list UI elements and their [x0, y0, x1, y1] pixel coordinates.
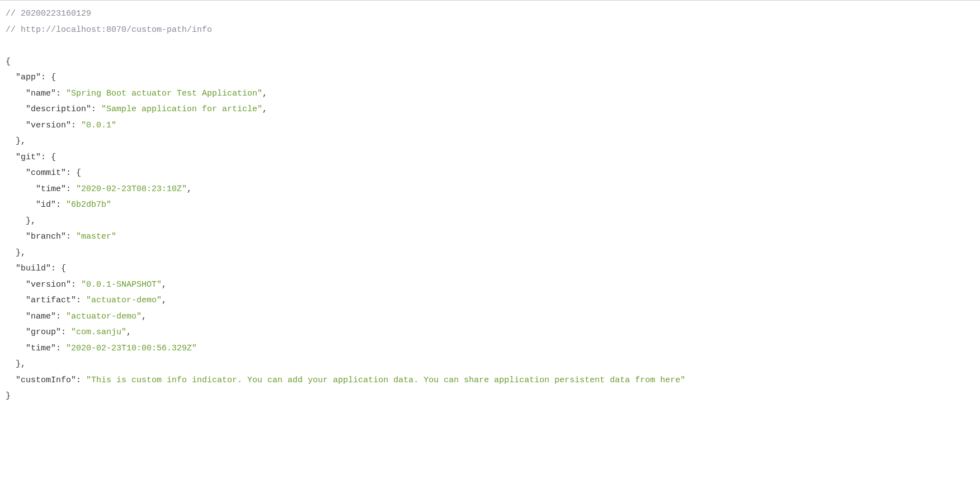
value-build-version: "0.0.1-SNAPSHOT": [81, 280, 162, 289]
key-build: "build": [16, 264, 51, 273]
key-build-time: "time": [26, 344, 56, 353]
key-git-commit-time: "time": [36, 184, 66, 194]
value-build-time: "2020-02-23T10:00:56.329Z": [66, 344, 197, 353]
key-build-artifact: "artifact": [26, 296, 76, 305]
value-app-version: "0.0.1": [81, 121, 116, 130]
key-git-branch: "branch": [26, 232, 66, 241]
key-custom-info: "customInfo": [16, 376, 76, 385]
key-app: "app": [16, 73, 41, 82]
value-custom-info: "This is custom info indicator. You can …: [86, 376, 685, 385]
key-build-version: "version": [26, 280, 71, 289]
key-build-name: "name": [26, 312, 56, 321]
brace-close: },: [16, 136, 26, 146]
comment-timestamp: // 20200223160129: [6, 9, 91, 18]
value-git-branch: "master": [76, 232, 116, 241]
value-git-commit-id: "6b2db7b": [66, 200, 111, 210]
key-build-group: "group": [26, 327, 61, 337]
value-app-description: "Sample application for article": [101, 104, 262, 114]
brace-open: {: [6, 57, 11, 66]
value-build-artifact: "actuator-demo": [86, 296, 162, 305]
key-app-name: "name": [26, 89, 56, 98]
key-git: "git": [16, 153, 41, 162]
comment-url: // http://localhost:8070/custom-path/inf…: [6, 25, 212, 35]
brace-close: },: [26, 216, 36, 226]
value-build-name: "actuator-demo": [66, 312, 142, 321]
key-app-version: "version": [26, 121, 71, 130]
value-app-name: "Spring Boot actuator Test Application": [66, 89, 262, 98]
brace-close: }: [6, 391, 11, 401]
key-git-commit: "commit": [26, 168, 66, 178]
brace-close: },: [16, 248, 26, 258]
key-app-description: "description": [26, 104, 91, 114]
key-git-commit-id: "id": [36, 200, 56, 210]
value-build-group: "com.sanju": [71, 327, 126, 337]
brace-close: },: [16, 359, 26, 369]
value-git-commit-time: "2020-02-23T08:23:10Z": [76, 184, 187, 194]
json-viewer: // 20200223160129 // http://localhost:80…: [0, 1, 980, 410]
